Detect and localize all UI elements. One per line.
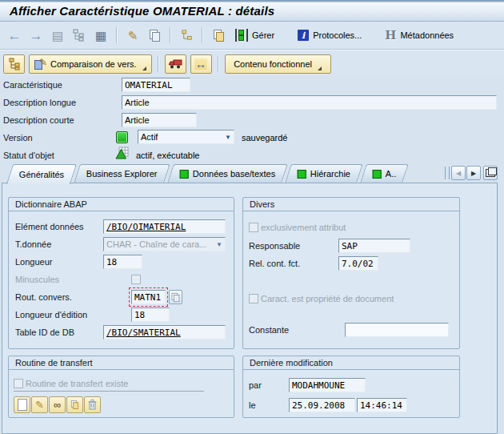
metadonnees-button[interactable]: H Métadonnées bbox=[382, 26, 457, 44]
copies-icon bbox=[213, 30, 225, 42]
group-title: Routine de transfert bbox=[9, 356, 234, 370]
new-page-icon bbox=[18, 399, 27, 411]
manage-icon bbox=[235, 29, 248, 42]
toolbar-separator bbox=[218, 56, 219, 72]
hierarchy-icon bbox=[73, 29, 86, 42]
tab-generalites[interactable]: Généralités bbox=[6, 164, 77, 184]
object-status-icon bbox=[115, 147, 129, 159]
tab-donnees-base-textes[interactable]: Données base/textes bbox=[167, 164, 288, 183]
responsable-field[interactable]: SAP bbox=[338, 239, 410, 253]
hierarchy-button[interactable] bbox=[71, 27, 87, 43]
sap-window: Afficher Caractéristique OMATERIAL : dét… bbox=[0, 0, 504, 434]
element-donnees-label: Elément données bbox=[15, 222, 84, 231]
tab-scroll-right-button[interactable]: ▶ bbox=[466, 166, 481, 180]
grid-button[interactable]: ▦ bbox=[93, 27, 109, 43]
page-title: Afficher Caractéristique OMATERIAL : dét… bbox=[0, 4, 274, 18]
tree-display-button[interactable] bbox=[3, 54, 25, 74]
protocoles-button[interactable]: i Protocoles... bbox=[294, 26, 365, 44]
tab-business-explorer[interactable]: Business Explorer bbox=[74, 164, 170, 183]
copy-button[interactable] bbox=[146, 27, 162, 43]
tab-overview-button[interactable] bbox=[483, 166, 498, 180]
metadonnees-label: Métadonnées bbox=[400, 30, 454, 40]
constante-field[interactable] bbox=[345, 323, 449, 337]
tree-icon bbox=[8, 58, 21, 70]
copy-routine-button[interactable] bbox=[66, 396, 83, 413]
version-comparison-button[interactable]: ✎ Comparaison de vers. bbox=[29, 54, 152, 74]
responsable-label: Responsable bbox=[249, 241, 300, 251]
object-tree-button[interactable] bbox=[178, 27, 194, 43]
tdonnee-combobox: CHAR - Chaîne de cara... ▼ bbox=[103, 237, 226, 251]
longueur-edition-field[interactable]: 18 bbox=[131, 307, 170, 322]
back-icon: ← bbox=[8, 29, 22, 42]
display-change-button[interactable]: ✎ bbox=[125, 27, 141, 43]
metadata-icon: H bbox=[385, 30, 396, 42]
standard-toolbar: ← → ▤ ▦ ✎ Gérer bbox=[0, 22, 504, 50]
back-button[interactable]: ← bbox=[6, 27, 22, 43]
version-status-led bbox=[116, 131, 128, 143]
caracteristique-label: Caractéristique bbox=[3, 80, 62, 90]
group-derniere-modification: Dernière modification par MODAHMOUNE le … bbox=[242, 356, 460, 418]
display-routine-button[interactable]: ∞ bbox=[49, 396, 66, 413]
transport-connection-button[interactable]: ↔ bbox=[190, 54, 212, 74]
longueur-label: Longueur bbox=[15, 257, 53, 267]
modifie-par-field[interactable]: MODAHMOUNE bbox=[289, 378, 366, 392]
minuscules-label: Minuscules bbox=[15, 275, 59, 284]
transport-button[interactable] bbox=[165, 54, 186, 74]
gerer-button[interactable]: Gérer bbox=[232, 26, 278, 44]
longueur-edition-label: Longueur d'édition bbox=[15, 310, 87, 319]
rel-cont-fct-label: Rel. cont. fct. bbox=[249, 259, 300, 268]
longueur-field[interactable]: 18 bbox=[103, 255, 142, 269]
menu-arrow-icon bbox=[318, 66, 322, 70]
table-id-db-label: Table ID de DB bbox=[15, 328, 74, 337]
list-icon: ▤ bbox=[52, 30, 63, 42]
description-longue-field[interactable]: Article bbox=[122, 95, 497, 110]
modifie-heure-field[interactable]: 14:46:14 bbox=[357, 398, 407, 412]
modifie-date-field[interactable]: 25.09.2008 bbox=[289, 398, 355, 412]
tab-attributs[interactable]: A.. bbox=[361, 164, 410, 183]
constante-label: Constante bbox=[249, 325, 289, 335]
green-status-icon bbox=[180, 170, 189, 179]
group-divers: Divers exclusivement attribut Responsabl… bbox=[242, 197, 460, 349]
statut-objet-label: Statut d'objet bbox=[3, 151, 54, 160]
overview-button[interactable]: ▤ bbox=[50, 27, 66, 43]
group-dictionnaire-abap: Dictionnaire ABAP Elément données /BIO/O… bbox=[8, 197, 234, 349]
edit-routine-button[interactable]: ✎ bbox=[31, 396, 48, 413]
application-toolbar: ✎ Comparaison de vers. ↔ Contenu fonctio… bbox=[0, 51, 504, 76]
delete-routine-button[interactable] bbox=[84, 396, 101, 413]
description-longue-label: Description longue bbox=[3, 98, 76, 107]
tdonnee-label: T.donnée bbox=[15, 239, 51, 249]
object-tree-icon bbox=[181, 30, 193, 42]
create-routine-button[interactable] bbox=[14, 396, 30, 413]
green-status-icon bbox=[298, 170, 306, 179]
tab-strip: Généralités Business Explorer Données ba… bbox=[10, 164, 410, 184]
move-arrows-icon: ↔ bbox=[194, 58, 207, 70]
version-label: Version bbox=[3, 133, 33, 143]
chevron-down-icon: ▼ bbox=[216, 241, 222, 248]
version-combobox[interactable]: Actif ▼ bbox=[138, 130, 234, 144]
exclusivement-attribut-checkbox bbox=[249, 223, 258, 232]
forward-button[interactable]: → bbox=[28, 27, 44, 43]
routine-underline bbox=[14, 378, 204, 392]
rout-convers-field[interactable]: MATN1 bbox=[131, 290, 166, 304]
element-donnees-field[interactable]: /BIO/OIMATERIAL bbox=[103, 219, 226, 234]
description-courte-field[interactable]: Article bbox=[122, 113, 197, 127]
exclusivement-attribut-label: exclusivement attribut bbox=[261, 223, 346, 232]
rel-cont-fct-field[interactable]: 7.0/02 bbox=[338, 256, 378, 271]
truck-icon bbox=[168, 58, 183, 70]
tab-label: Données base/textes bbox=[193, 169, 275, 179]
modifie-le-label: le bbox=[249, 400, 256, 410]
caracteristique-field[interactable]: OMATERIAL bbox=[122, 78, 190, 92]
tab-hierarchie[interactable]: Hiérarchie bbox=[286, 164, 364, 183]
tab-overview-icon bbox=[486, 169, 495, 177]
business-content-button[interactable]: Contenu fonctionnel bbox=[225, 54, 331, 74]
version-compare-icon: ✎ bbox=[34, 58, 46, 70]
group-title: Dernière modification bbox=[243, 356, 459, 370]
copies-button[interactable] bbox=[210, 27, 226, 43]
table-id-db-field[interactable]: /BIO/SMATERIAL bbox=[103, 325, 226, 340]
tab-scroll-left-button[interactable]: ◀ bbox=[451, 166, 466, 180]
grid-icon: ▦ bbox=[95, 30, 106, 42]
pencil-icon: ✎ bbox=[128, 30, 138, 42]
multiple-selection-button[interactable] bbox=[169, 290, 182, 304]
protocol-info-icon: i bbox=[298, 30, 309, 41]
minuscules-checkbox bbox=[131, 275, 141, 284]
